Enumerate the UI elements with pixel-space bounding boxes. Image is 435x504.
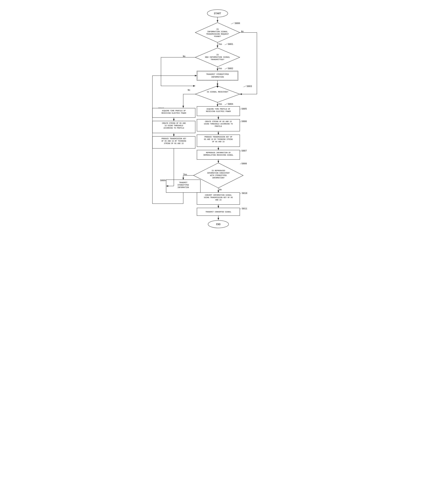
s809-label: S809 [160, 179, 166, 182]
box-s802 [197, 71, 238, 81]
b813-line1: CREATE STRING OF 0S AND [162, 122, 186, 124]
d801-line1: IS [216, 54, 219, 56]
s802-label: S802 [228, 67, 233, 70]
s808-no-label: No [219, 189, 222, 191]
b802-line2: INFORMATION [211, 76, 224, 78]
s800-label: S800 [235, 22, 240, 25]
b804-line2: RECEIVING ELECTRIC POWER [206, 111, 231, 112]
s803-no-label: No [188, 89, 190, 91]
b810-line1: CONVERT INFORMATION SIGNAL [205, 194, 232, 196]
b811-text: TRANSMIT CONVERTED SIGNAL [205, 211, 231, 213]
b814-line3: STRING OF 0S AND 1S [164, 143, 184, 144]
d808-line3: WITH STEREOTYPED [210, 175, 227, 176]
b809-line3: INFORMATION [178, 187, 189, 189]
b807-line2: DEMODULATING RECEIVING SIGNAL [204, 154, 233, 156]
s805-tick [240, 108, 241, 109]
s802-tick [225, 68, 227, 69]
flowchart-svg: START S800 IS INFORMATION SIGNAL TRANSMI… [144, 7, 291, 250]
b805-line3: PROFILE [215, 126, 222, 127]
s801-yes-label: Yes [218, 67, 222, 70]
s807-label: S807 [241, 150, 247, 152]
b804-line1: ACQUIRE TIME PROFILE OF [206, 108, 230, 110]
d800-line2: INFORMATION SIGNAL [207, 31, 228, 33]
b806-line1: PRODUCE TRANSMISSION KEY OF [204, 136, 232, 138]
s801-label: S801 [228, 43, 233, 45]
s808-tick [240, 163, 241, 164]
b806-line3: OF 0S AND 1S [212, 141, 224, 143]
s803-label: S803 [247, 85, 252, 88]
s803-yes-label: Yes [218, 103, 222, 105]
d800-line4: FOUND? [214, 36, 221, 37]
b812-line1: ACQUIRE TIME PROFILE OF [162, 110, 186, 112]
s807-tick [240, 150, 241, 152]
s810-tick [240, 193, 241, 194]
d800-line3: TRANSMISSION REQUEST [206, 33, 229, 35]
d800-line1: IS [216, 28, 219, 30]
b806-line2: 0S AND 1S BY THINNING STRING [204, 138, 233, 140]
s810-label: S810 [242, 192, 247, 195]
s811-tick [240, 208, 241, 209]
b814-line1: PRODUCE TRANSMISSION KEY [161, 138, 186, 140]
d803-line1: IS SIGNAL RECEIVED? [207, 91, 228, 93]
s806-label: S806 [241, 120, 247, 123]
b807-line1: REPRODUCE INFORMATION BY [206, 152, 231, 154]
b810-line3: AND 1S [215, 199, 222, 201]
b805-line2: USING THRESHOLD ACCORDING TO [204, 123, 233, 125]
s804-tick [225, 104, 227, 105]
b809-line2: STEREOTYPED [178, 184, 189, 186]
diamond-s803 [195, 86, 240, 102]
d801-line3: TRANSMITTED? [211, 59, 224, 61]
d808-line2: INFORMATION CONSISTENT [207, 172, 230, 174]
b809-line1: TRANSMIT [179, 182, 187, 184]
s801-tick [225, 44, 227, 45]
s811-label: S811 [242, 207, 247, 210]
d801-line2: NEW INFORMATION SIGNAL [205, 56, 230, 58]
s800-yes-label: Yes [218, 43, 222, 45]
b813-line3: ACCORDING TO PROFILE [164, 127, 184, 129]
s806-tick [240, 121, 241, 122]
s805-label: S805 [241, 108, 247, 110]
b805-line1: CREATE STRING OF 0S AND 1S [205, 121, 232, 123]
b802-line1: TRANSMIT STEREOTYPED [206, 73, 229, 75]
s800-tick [231, 23, 234, 24]
flowchart-container: START S800 IS INFORMATION SIGNAL TRANSMI… [144, 3, 291, 257]
end-label: END [216, 223, 220, 226]
b813-line2: 1S USING THRESHOLD [165, 125, 183, 127]
s804-label: S804 [228, 103, 233, 105]
d808-line4: INFORMATION? [212, 177, 224, 179]
b812-line2: RECEIVING ELECTRIC POWER [161, 112, 186, 114]
b810-line2: USING TRANSMISSION KEY OF 0S [204, 197, 233, 198]
s808-label: S808 [241, 162, 247, 165]
start-label: START [214, 12, 221, 15]
s803-tick [243, 86, 246, 87]
b814-line2: OF 0S AND 1S BY THINNING [161, 140, 186, 142]
d808-line1: IS REPRODUCED [212, 170, 225, 172]
